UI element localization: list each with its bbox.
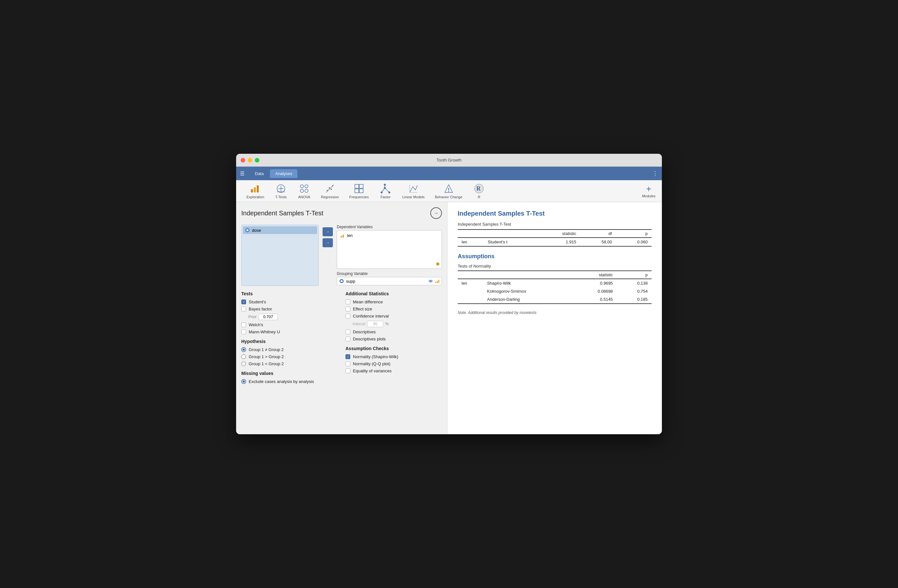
linear-models-icon <box>408 183 419 194</box>
svg-rect-42 <box>435 282 436 283</box>
hypothesis-lt-label: Group 1 < Group 2 <box>249 361 284 366</box>
prior-row: Prior <box>248 314 338 320</box>
col-df-header: df <box>580 230 616 238</box>
hypothesis-lt-radio[interactable] <box>241 361 246 366</box>
dep-variables-box[interactable]: len ◆ <box>337 230 442 269</box>
svg-rect-16 <box>355 184 359 188</box>
mann-whitney-checkbox[interactable] <box>241 330 246 334</box>
hypothesis-gt-label: Group 1 > Group 2 <box>249 354 284 359</box>
conf-interval-checkbox[interactable] <box>346 314 350 318</box>
equality-var-row: Equality of variances <box>346 368 442 373</box>
var-label-dose: dose <box>252 228 261 233</box>
anova-icon <box>299 183 309 194</box>
conf-interval-row: Confidence interval <box>346 314 442 318</box>
cell-var-len: len <box>458 238 484 246</box>
dep-item-len: len <box>338 232 440 239</box>
nominal-icon <box>245 227 250 233</box>
bayes-label: Bayes factor <box>249 307 272 312</box>
titlebar-buttons <box>241 158 259 163</box>
normality-table-label: Tests of Normality <box>458 264 652 269</box>
interval-input[interactable] <box>367 321 383 327</box>
toolbar-item-exploration[interactable]: Exploration <box>243 181 268 201</box>
svg-rect-43 <box>437 281 438 283</box>
hypothesis-gt-radio[interactable] <box>241 354 246 359</box>
toolbar-item-factor[interactable]: Factor <box>375 181 396 201</box>
tab-analyses[interactable]: Analyses <box>270 169 297 178</box>
right-vars: Dependent Variables len ◆ <box>337 225 442 286</box>
effect-size-checkbox[interactable] <box>346 307 350 312</box>
dep-box-icon: ◆ <box>436 261 440 267</box>
mean-diff-checkbox[interactable] <box>346 299 350 304</box>
normality-sw-row: Normality (Shapiro-Wilk) <box>346 354 442 359</box>
options-row: Tests Student's Bayes factor Prior <box>241 291 442 386</box>
svg-point-9 <box>300 189 303 192</box>
hypothesis-gt-row: Group 1 > Group 2 <box>241 354 338 359</box>
toolbar-item-ttests[interactable]: T-Tests <box>271 181 291 201</box>
var-item-dose[interactable]: dose <box>243 226 317 234</box>
dep-var-len: len <box>347 233 352 238</box>
svg-point-7 <box>300 185 303 188</box>
conf-interval-label: Confidence interval <box>353 314 389 318</box>
tests-heading: Tests <box>241 291 338 296</box>
move-group-button[interactable]: → <box>323 238 333 247</box>
modules-label: Modules <box>642 194 655 198</box>
interval-label: Interval <box>352 322 365 326</box>
hypothesis-heading: Hypothesis <box>241 339 338 344</box>
toolbar-item-behavior-change[interactable]: Behavior Change <box>431 181 466 201</box>
norm-stat-sw: 0.9695 <box>573 279 617 287</box>
norm-p-sw: 0.138 <box>617 279 652 287</box>
normality-table: statistic p len Shapiro-Wilk 0.9695 0.13… <box>458 270 652 304</box>
missing-exclude-row: Exclude cases analysis by analysis <box>241 379 338 384</box>
equality-var-checkbox[interactable] <box>346 368 350 373</box>
norm-col-var <box>458 271 483 279</box>
missing-values-heading: Missing values <box>241 371 338 376</box>
svg-point-10 <box>305 189 308 192</box>
bayes-row: Bayes factor <box>241 307 338 312</box>
table-row: Anderson-Darling 0.5145 0.185 <box>458 295 652 304</box>
svg-rect-36 <box>341 236 342 238</box>
forward-button[interactable]: → <box>430 207 442 219</box>
svg-point-22 <box>381 192 383 193</box>
group-section: Grouping Variable supp <box>337 272 442 285</box>
toolbar-item-anova[interactable]: ANOVA <box>294 181 315 201</box>
close-button[interactable] <box>241 158 245 163</box>
descriptives-plots-checkbox[interactable] <box>346 336 350 341</box>
norm-test-ad: Anderson-Darling <box>483 295 573 304</box>
result-table-subtitle: Independent Samples T-Test <box>458 222 652 227</box>
svg-rect-19 <box>359 189 363 193</box>
descriptives-checkbox[interactable] <box>346 330 350 334</box>
group-variable-box[interactable]: supp <box>337 277 442 285</box>
modules-button[interactable]: + Modules <box>642 184 655 198</box>
bayes-checkbox[interactable] <box>241 307 246 312</box>
cell-p: 0.060 <box>616 238 652 246</box>
toolbar-item-r[interactable]: R R <box>469 181 489 201</box>
hypothesis-neq-row: Group 1 ≠ Group 2 <box>241 347 338 352</box>
students-checkbox[interactable] <box>241 299 246 304</box>
toolbar-item-linear-models[interactable]: Linear Models <box>398 181 428 201</box>
r-icon: R <box>474 183 484 194</box>
norm-test-ks: Kolmogorov-Smirnov <box>483 287 573 295</box>
welchs-checkbox[interactable] <box>241 322 246 327</box>
descriptives-label: Descriptives <box>353 330 376 334</box>
effect-size-label: Effect size <box>353 307 372 312</box>
regression-icon <box>325 183 335 194</box>
normality-sw-checkbox[interactable] <box>346 354 350 359</box>
nav-more[interactable]: ⋮ <box>652 170 658 177</box>
ttests-label: T-Tests <box>275 195 286 199</box>
toolbar-item-regression[interactable]: Regression <box>317 181 343 201</box>
normality-qq-checkbox[interactable] <box>346 361 350 366</box>
tab-data[interactable]: Data <box>250 169 269 178</box>
move-dep-button[interactable]: → <box>323 227 333 236</box>
minimize-button[interactable] <box>248 158 252 163</box>
maximize-button[interactable] <box>255 158 259 163</box>
anova-label: ANOVA <box>298 195 310 199</box>
svg-rect-44 <box>438 280 439 283</box>
prior-input[interactable] <box>258 314 278 320</box>
toolbar-item-frequencies[interactable]: Frequencies <box>346 181 373 201</box>
svg-rect-17 <box>359 184 363 188</box>
svg-text:R: R <box>477 185 481 192</box>
hamburger-menu[interactable]: ☰ <box>240 170 244 177</box>
norm-stat-ks: 0.08698 <box>573 287 617 295</box>
hypothesis-neq-radio[interactable] <box>241 347 246 352</box>
missing-exclude-radio[interactable] <box>241 379 246 384</box>
